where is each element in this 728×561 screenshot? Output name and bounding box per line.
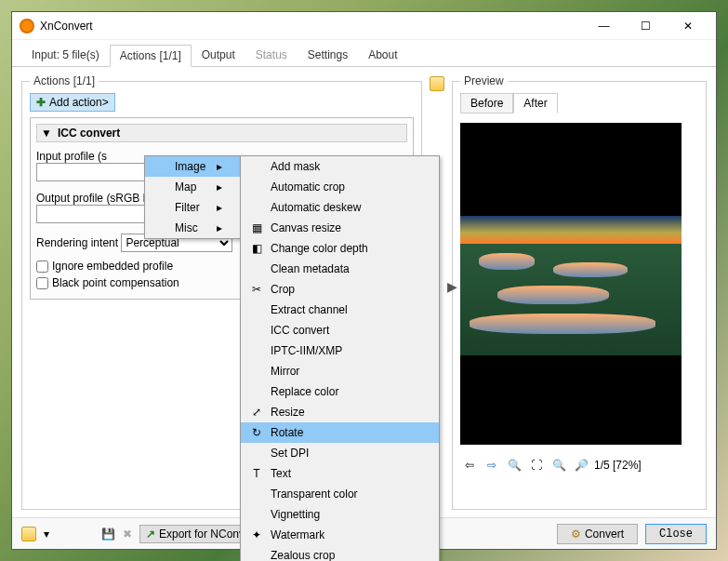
- tab-actions[interactable]: Actions [1/1]: [110, 45, 192, 67]
- submenu-label: Automatic deskew: [271, 201, 361, 214]
- tab-status[interactable]: Status: [245, 44, 298, 66]
- submenu-label: Transparent color: [271, 488, 358, 501]
- zoom-in-button[interactable]: 🔍: [505, 456, 523, 474]
- tab-output[interactable]: Output: [192, 44, 245, 66]
- preview-toolbar: ⇦ ⇨ 🔍 ⛶ 🔍 🔎 1/5 [72%]: [460, 456, 698, 474]
- fit-window-button[interactable]: ⛶: [527, 456, 546, 474]
- submenu-rotate[interactable]: ↻Rotate: [241, 422, 439, 443]
- preview-status: 1/5 [72%]: [594, 459, 642, 472]
- submenu-add-mask[interactable]: Add mask: [241, 156, 439, 177]
- menu-misc[interactable]: Misc▸: [145, 218, 241, 238]
- next-image-button[interactable]: ⇨: [483, 456, 501, 474]
- action-header-label: ICC convert: [58, 127, 120, 140]
- content-area: Actions [1/1] ✚ Add action> ▼ ICC conver…: [12, 67, 716, 517]
- menu-image[interactable]: Image▸: [145, 156, 241, 177]
- blank-icon: [248, 302, 265, 317]
- submenu-clean-metadata[interactable]: Clean metadata: [241, 259, 439, 279]
- submenu-label: Add mask: [271, 160, 320, 173]
- add-action-button[interactable]: ✚ Add action>: [30, 93, 115, 112]
- preview-legend: Preview: [460, 74, 508, 87]
- submenu-crop[interactable]: ✂Crop: [241, 279, 439, 300]
- blank-icon: [248, 159, 265, 174]
- canvas-icon: ▦: [248, 220, 265, 235]
- submenu-label: Resize: [271, 406, 305, 419]
- submenu-label: Crop: [271, 283, 295, 296]
- close-button[interactable]: ✕: [667, 13, 708, 39]
- tab-input[interactable]: Input: 5 file(s): [21, 44, 110, 66]
- black-point-box[interactable]: [36, 277, 48, 289]
- rotate-icon: ↻: [248, 425, 265, 440]
- tab-settings[interactable]: Settings: [298, 44, 358, 66]
- open-folder-button[interactable]: [21, 527, 36, 541]
- submenu-label: Clean metadata: [271, 262, 350, 275]
- submenu-label: Mirror: [271, 365, 299, 378]
- prev-image-button[interactable]: ⇦: [460, 456, 479, 474]
- submenu-icc-convert[interactable]: ICC convert: [241, 320, 439, 341]
- delete-icon[interactable]: ✖: [123, 528, 132, 541]
- titlebar: XnConvert — ☐ ✕: [12, 12, 716, 40]
- window-buttons: — ☐ ✕: [583, 13, 708, 39]
- tab-before[interactable]: Before: [460, 93, 513, 114]
- submenu-label: Automatic crop: [271, 180, 345, 194]
- submenu-watermark[interactable]: ✦Watermark: [241, 525, 439, 545]
- blank-icon: [248, 343, 265, 358]
- input-profile-label: Input profile (s: [36, 150, 107, 163]
- maximize-button[interactable]: ☐: [625, 13, 667, 39]
- submenu-transparent-color[interactable]: Transparent color: [241, 484, 439, 504]
- wm-icon: ✦: [248, 528, 265, 542]
- actions-legend: Actions [1/1]: [30, 74, 99, 87]
- action-header[interactable]: ▼ ICC convert: [36, 124, 407, 142]
- submenu-label: Watermark: [271, 528, 324, 541]
- ignore-embedded-box[interactable]: [36, 260, 48, 273]
- crop-icon: ✂: [248, 282, 265, 297]
- submenu-canvas-resize[interactable]: ▦Canvas resize: [241, 218, 439, 238]
- blank-icon: [248, 446, 265, 461]
- app-window: XnConvert — ☐ ✕ Input: 5 file(s) Actions…: [11, 11, 717, 550]
- submenu-automatic-deskew[interactable]: Automatic deskew: [241, 197, 439, 218]
- preview-image: [460, 123, 682, 445]
- submenu-label: Set DPI: [271, 447, 309, 460]
- preview-panel: Preview Before After ⇦ ⇨: [452, 74, 707, 510]
- zoom-out-button[interactable]: 🔎: [572, 456, 590, 474]
- main-tabs: Input: 5 file(s) Actions [1/1] Output St…: [12, 40, 716, 67]
- submenu-automatic-crop[interactable]: Automatic crop: [241, 177, 439, 197]
- submenu-label: ICC convert: [271, 324, 329, 337]
- menu-filter[interactable]: Filter▸: [145, 197, 241, 218]
- dropdown-icon[interactable]: ▾: [44, 528, 49, 541]
- blank-icon: [248, 200, 265, 215]
- gear-icon: ⚙: [571, 528, 581, 541]
- convert-button[interactable]: ⚙Convert: [557, 524, 638, 544]
- zoom-100-button[interactable]: 🔍: [549, 456, 568, 474]
- submenu-label: Rotate: [271, 426, 303, 439]
- blank-icon: [248, 261, 265, 276]
- submenu-label: IPTC-IIM/XMP: [271, 344, 342, 357]
- submenu-change-color-depth[interactable]: ◧Change color depth: [241, 238, 439, 259]
- window-title: XnConvert: [40, 20, 583, 33]
- minimize-button[interactable]: —: [583, 13, 625, 39]
- blank-icon: [248, 507, 265, 522]
- submenu-mirror[interactable]: Mirror: [241, 361, 439, 381]
- menu-map[interactable]: Map▸: [145, 177, 241, 197]
- category-menu: Image▸ Map▸ Filter▸ Misc▸: [144, 155, 242, 239]
- submenu-vignetting[interactable]: Vignetting: [241, 504, 439, 525]
- tab-about[interactable]: About: [358, 44, 407, 66]
- close-app-button[interactable]: Close: [645, 524, 707, 544]
- submenu-set-dpi[interactable]: Set DPI: [241, 443, 439, 463]
- submenu-extract-channel[interactable]: Extract channel: [241, 300, 439, 320]
- preview-tabs: Before After: [460, 93, 698, 114]
- blank-icon: [248, 548, 265, 561]
- blank-icon: [248, 487, 265, 501]
- blank-icon: [248, 180, 265, 194]
- transfer-arrow-icon: ▶: [447, 279, 457, 294]
- tab-after[interactable]: After: [513, 93, 557, 114]
- save-icon[interactable]: 💾: [101, 528, 115, 541]
- blank-icon: [248, 384, 265, 399]
- submenu-resize[interactable]: ⤢Resize: [241, 402, 439, 422]
- submenu-replace-color[interactable]: Replace color: [241, 381, 439, 402]
- preview-folder-icon[interactable]: [430, 76, 444, 91]
- submenu-iptc-iim-xmp[interactable]: IPTC-IIM/XMP: [241, 341, 439, 361]
- submenu-zealous-crop[interactable]: Zealous crop: [241, 545, 439, 561]
- submenu-label: Replace color: [271, 385, 338, 398]
- app-icon: [20, 19, 34, 33]
- submenu-text[interactable]: TText: [241, 463, 439, 484]
